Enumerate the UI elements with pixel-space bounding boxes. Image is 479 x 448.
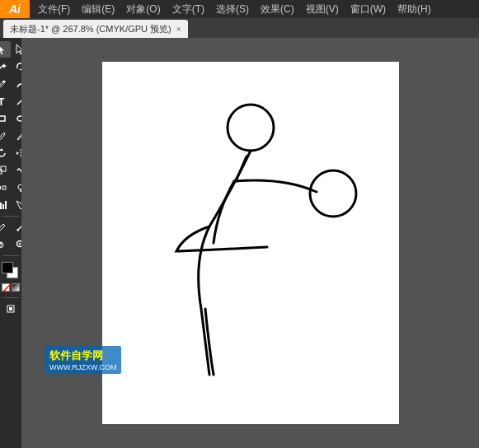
svg-line-28 — [2, 284, 11, 292]
menu-window[interactable]: 窗口(W) — [345, 1, 391, 18]
watermark: 软件自学网 WWW.RJZXW.COM — [45, 346, 121, 374]
blend-tool[interactable] — [0, 180, 11, 196]
eyedropper-tool[interactable] — [0, 219, 11, 236]
watermark-title: 软件自学网 — [49, 348, 116, 363]
menu-items: 文件(F) 编辑(E) 对象(O) 文字(T) 选择(S) 效果(C) 视图(V… — [30, 1, 436, 18]
menu-help[interactable]: 帮助(H) — [392, 1, 436, 18]
svg-rect-30 — [9, 307, 12, 310]
svg-marker-0 — [0, 44, 4, 54]
svg-rect-14 — [2, 186, 6, 189]
extra-swatches — [2, 283, 20, 292]
color-swatches[interactable] — [2, 262, 20, 280]
svg-marker-9 — [16, 152, 19, 155]
column-graph-tool[interactable] — [0, 197, 11, 213]
scale-tool[interactable] — [0, 162, 11, 179]
watermark-url: WWW.RJZXW.COM — [49, 363, 116, 371]
select-tool[interactable] — [0, 41, 11, 58]
tool-separator-2 — [2, 255, 19, 256]
svg-point-31 — [228, 105, 274, 151]
svg-rect-18 — [0, 203, 2, 209]
none-swatch[interactable] — [2, 283, 10, 292]
menu-view[interactable]: 视图(V) — [301, 1, 344, 18]
document-tab[interactable]: 未标题-1* @ 267.8% (CMYK/GPU 预览) × — [3, 20, 188, 38]
app-logo: Ai — [0, 0, 30, 18]
rotate-tool[interactable] — [0, 145, 11, 161]
svg-rect-13 — [0, 186, 1, 189]
tool-group-view — [2, 301, 20, 317]
magic-wand-tool[interactable] — [0, 58, 11, 75]
tool-separator-3 — [2, 297, 19, 298]
menu-select[interactable]: 选择(S) — [211, 1, 254, 18]
svg-point-32 — [310, 170, 356, 217]
svg-rect-20 — [5, 201, 7, 209]
canvas-area: 软件自学网 WWW.RJZXW.COM — [21, 38, 479, 448]
paintbrush-tool[interactable] — [0, 128, 11, 144]
menu-file[interactable]: 文件(F) — [33, 1, 75, 18]
foreground-color-swatch[interactable] — [2, 262, 13, 273]
tab-close-button[interactable]: × — [176, 25, 181, 34]
menu-object[interactable]: 对象(O) — [121, 1, 165, 18]
menu-edit[interactable]: 编辑(E) — [77, 1, 120, 18]
tab-title: 未标题-1* @ 267.8% (CMYK/GPU 预览) — [10, 23, 171, 35]
menu-effect[interactable]: 效果(C) — [256, 1, 299, 18]
rect-tool[interactable] — [0, 110, 11, 127]
artboard-tool[interactable] — [2, 301, 20, 317]
tool-separator — [2, 216, 19, 217]
color-area — [0, 259, 21, 295]
drawing-canvas[interactable] — [102, 62, 399, 424]
hand-tool[interactable] — [0, 236, 11, 253]
menu-type[interactable]: 文字(T) — [167, 1, 209, 18]
main-layout: T — [0, 38, 479, 448]
gradient-swatch[interactable] — [12, 283, 20, 292]
tab-bar: 未标题-1* @ 267.8% (CMYK/GPU 预览) × — [0, 18, 479, 38]
toolbar: T — [0, 38, 21, 448]
svg-marker-7 — [0, 148, 3, 151]
type-tool[interactable]: T — [0, 93, 11, 110]
svg-rect-19 — [2, 204, 4, 209]
pen-tool[interactable] — [0, 76, 11, 92]
artboard — [102, 62, 399, 424]
svg-point-3 — [2, 81, 5, 83]
svg-rect-5 — [0, 116, 5, 121]
menu-bar: Ai 文件(F) 编辑(E) 对象(O) 文字(T) 选择(S) 效果(C) 视… — [0, 0, 479, 18]
